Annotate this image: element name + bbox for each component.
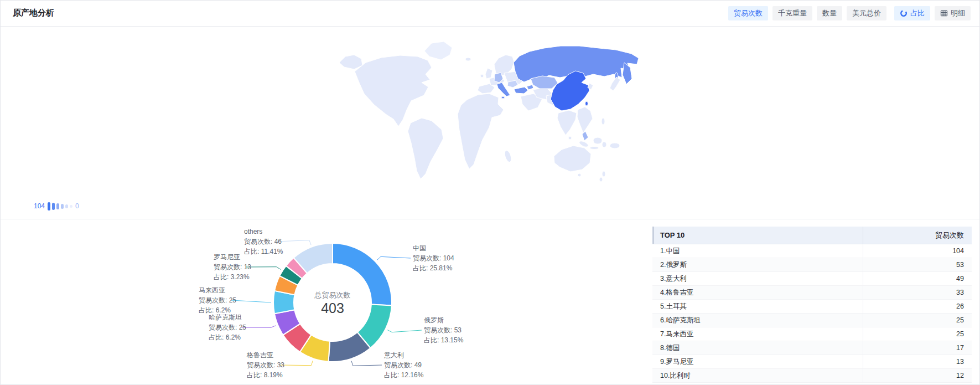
legend-min-value: 0 — [75, 202, 79, 210]
legend-bar — [48, 202, 50, 211]
metric-tab-usd-total[interactable]: 美元总价 — [847, 6, 886, 20]
legend-max-value: 104 — [34, 202, 45, 210]
label-trade-count: 贸易次数: 25 — [209, 322, 246, 332]
view-tab-proportion[interactable]: 占比 — [894, 6, 930, 20]
view-tab-label: 明细 — [951, 6, 965, 20]
donut-callout-label: 意大利贸易次数: 49占比: 12.16% — [384, 350, 423, 380]
table-row[interactable]: 1.中国104 — [652, 244, 972, 258]
map-region-ireland[interactable] — [480, 74, 484, 78]
view-tab-detail[interactable]: 明细 — [935, 6, 971, 20]
map-region-north-america[interactable] — [355, 55, 432, 126]
label-trade-pct: 占比: 3.23% — [214, 272, 251, 282]
table-row[interactable]: 7.马来西亚25 — [652, 327, 972, 341]
label-trade-pct: 占比: 25.81% — [413, 263, 454, 273]
donut-callout-label: 马来西亚贸易次数: 25占比: 6.2% — [199, 285, 236, 315]
map-country-kazakhstan[interactable] — [531, 76, 558, 89]
view-tab-label: 占比 — [910, 6, 925, 20]
donut-callout-label: 俄罗斯贸易次数: 53占比: 13.15% — [424, 315, 463, 345]
label-trade-pct: 占比: 12.16% — [384, 370, 423, 380]
table-cell-value: 12 — [863, 369, 972, 383]
label-trade-count: 贸易次数: 46 — [244, 237, 283, 247]
donut-label-leader — [280, 361, 313, 366]
map-region-borneo[interactable] — [593, 137, 602, 144]
table-header-top10: TOP 10 — [652, 227, 863, 244]
table-cell-value: 53 — [863, 258, 972, 272]
map-region-australia[interactable] — [554, 146, 591, 172]
label-trade-count: 贸易次数: 25 — [199, 295, 236, 305]
table-cell-country: 7.马来西亚 — [652, 327, 863, 341]
donut-callout-label: 中国贸易次数: 104占比: 25.81% — [413, 243, 454, 273]
metric-tab-kg-weight[interactable]: 千克重量 — [772, 6, 812, 20]
map-region-madagascar[interactable] — [504, 150, 512, 163]
donut-slice-0[interactable] — [333, 243, 392, 305]
table-cell-country: 10.比利时 — [652, 369, 863, 383]
map-region-sri-lanka[interactable] — [568, 136, 572, 140]
map-region-kamchatka[interactable] — [623, 63, 632, 84]
world-choropleth-map[interactable] — [1, 27, 980, 219]
table-cell-value: 104 — [863, 244, 972, 258]
legend-bar — [52, 203, 55, 210]
table-row[interactable]: 2.俄罗斯53 — [652, 258, 972, 272]
map-region-new-guinea[interactable] — [610, 143, 620, 148]
table-cell-value: 13 — [863, 355, 972, 369]
map-region-south-america[interactable] — [408, 118, 443, 179]
map-country-turkey[interactable] — [514, 87, 528, 94]
label-trade-pct: 占比: 11.41% — [244, 247, 283, 256]
map-region-taiwan[interactable] — [585, 101, 588, 106]
map-region-sicily[interactable] — [501, 96, 505, 99]
table-row[interactable]: 5.土耳其26 — [652, 300, 972, 314]
table-cell-country: 8.德国 — [652, 341, 863, 355]
table-cell-country: 2.俄罗斯 — [652, 258, 863, 272]
table-cell-value: 33 — [863, 286, 972, 300]
label-country-name: 马来西亚 — [199, 285, 236, 295]
table-cell-value: 25 — [863, 327, 972, 341]
legend-bar — [61, 204, 64, 209]
label-trade-count: 贸易次数: 104 — [413, 253, 454, 263]
legend-bar — [65, 204, 68, 208]
table-header-metric: 贸易次数 — [863, 227, 972, 244]
table-cell-country: 9.罗马尼亚 — [652, 355, 863, 369]
table-icon — [940, 9, 948, 17]
metric-tab-label: 数量 — [822, 6, 837, 20]
table-row[interactable]: 6.哈萨克斯坦25 — [652, 314, 972, 327]
table-cell-country: 6.哈萨克斯坦 — [652, 314, 863, 327]
map-region-sulawesi[interactable] — [602, 142, 606, 147]
map-region-new-zealand-s[interactable] — [599, 177, 603, 182]
table-row[interactable]: 8.德国17 — [652, 341, 972, 355]
section-divider — [1, 219, 979, 219]
metric-tab-label: 千克重量 — [778, 6, 807, 20]
metric-tab-quantity[interactable]: 数量 — [817, 6, 842, 20]
map-region-greenland[interactable] — [424, 42, 452, 60]
map-region-new-zealand-n[interactable] — [602, 171, 605, 177]
origin-analysis-card: 原产地分析 贸易次数 千克重量 数量 美元总价 占比 明细 — [0, 0, 980, 385]
donut-callout-label: 哈萨克斯坦贸易次数: 25占比: 6.2% — [209, 312, 246, 342]
map-region-africa[interactable] — [458, 94, 504, 169]
map-region-india[interactable] — [557, 110, 577, 135]
map-region-tasmania[interactable] — [578, 173, 581, 177]
table-row[interactable]: 9.罗马尼亚13 — [652, 355, 972, 369]
metric-tab-trade-count[interactable]: 贸易次数 — [728, 6, 768, 20]
map-country-georgia[interactable] — [527, 85, 533, 90]
map-region-java[interactable] — [590, 147, 599, 150]
map-region-japan[interactable] — [610, 77, 620, 91]
legend-bar — [56, 203, 59, 209]
map-region-philippines[interactable] — [602, 118, 605, 125]
label-country-name: 俄罗斯 — [424, 315, 463, 325]
table-row[interactable]: 4.格鲁吉亚33 — [652, 286, 972, 300]
table-cell-value: 26 — [863, 300, 972, 314]
donut-label-leader — [351, 361, 382, 366]
label-trade-pct: 占比: 6.2% — [199, 305, 236, 315]
map-region-alaska[interactable] — [339, 55, 362, 69]
page-title: 原产地分析 — [13, 8, 54, 18]
map-visual-legend[interactable]: 104 0 — [34, 201, 79, 212]
map-region-uk[interactable] — [485, 68, 492, 79]
table-cell-country: 4.格鲁吉亚 — [652, 286, 863, 300]
table-row[interactable]: 10.比利时12 — [652, 369, 972, 383]
table-row[interactable]: 3.意大利49 — [652, 272, 972, 286]
label-country-name: 格鲁吉亚 — [247, 350, 284, 360]
map-region-iceland[interactable] — [465, 58, 471, 61]
label-trade-count: 贸易次数: 33 — [247, 360, 284, 370]
table-cell-value: 17 — [863, 341, 972, 355]
map-region-se-asia[interactable] — [577, 107, 593, 133]
top10-table: TOP 10 贸易次数 1.中国1042.俄罗斯533.意大利494.格鲁吉亚3… — [652, 227, 972, 383]
